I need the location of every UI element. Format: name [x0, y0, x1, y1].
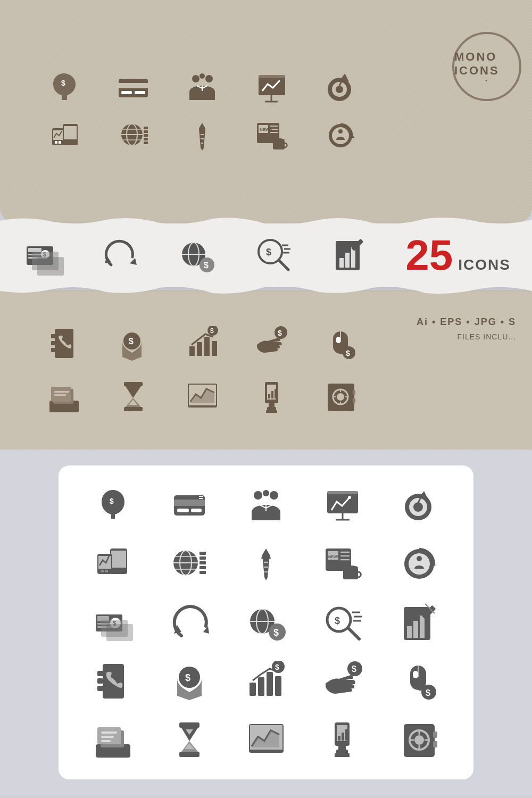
preview-credit-card-icon	[165, 481, 213, 529]
svg-rect-82	[51, 348, 55, 352]
svg-rect-217	[275, 676, 281, 696]
middle-strip: $ $	[0, 223, 532, 287]
svg-point-5	[192, 75, 200, 82]
preview-safe-icon	[395, 716, 443, 763]
svg-text:$: $	[204, 261, 209, 270]
svg-text:$: $	[129, 337, 134, 346]
svg-rect-3	[121, 91, 132, 94]
count-badge: 25 ICONS	[405, 234, 511, 277]
global-data-icon	[112, 114, 154, 157]
svg-text:$: $	[266, 247, 271, 257]
svg-rect-159	[200, 552, 206, 555]
svg-text:NEWS: NEWS	[260, 127, 273, 132]
svg-text:$: $	[110, 497, 114, 505]
svg-rect-240	[338, 736, 340, 741]
business-meeting-icon	[181, 66, 223, 109]
svg-rect-149	[111, 551, 126, 568]
svg-rect-204	[413, 621, 418, 638]
svg-text:$: $	[352, 664, 356, 674]
hand-coin-icon: $	[250, 322, 293, 364]
svg-rect-188	[106, 624, 133, 641]
svg-rect-152	[101, 570, 104, 572]
svg-rect-214	[250, 683, 256, 696]
svg-point-48	[273, 138, 285, 142]
svg-rect-231	[101, 736, 114, 738]
preview-global-money-icon: $	[242, 598, 290, 646]
svg-rect-103	[124, 382, 143, 386]
strip-money-bills-icon: $	[21, 231, 66, 279]
svg-rect-243	[338, 746, 346, 750]
svg-text:NEWS: NEWS	[328, 555, 339, 559]
svg-rect-60	[37, 257, 64, 276]
svg-line-198	[348, 628, 359, 639]
dollar-face-icon: $	[43, 66, 85, 109]
svg-rect-245	[335, 753, 350, 757]
svg-rect-161	[200, 561, 206, 564]
svg-text:$: $	[278, 329, 282, 337]
svg-rect-113	[269, 403, 275, 408]
svg-rect-123	[353, 390, 355, 395]
svg-rect-86	[197, 342, 202, 356]
mono-icons-title: MONO ICONS	[454, 50, 519, 78]
safe-icon	[319, 375, 362, 418]
svg-rect-11	[259, 75, 285, 95]
stock-chart-icon	[181, 375, 223, 418]
preview-growth-chart-icon: $	[242, 657, 290, 705]
svg-marker-164	[262, 548, 270, 580]
svg-rect-112	[275, 389, 276, 398]
svg-rect-110	[268, 394, 270, 398]
svg-rect-4	[135, 91, 145, 94]
svg-rect-160	[200, 556, 206, 560]
svg-rect-162	[200, 566, 206, 569]
svg-rect-85	[189, 346, 195, 356]
svg-point-6	[205, 75, 213, 82]
preview-chart-edit-icon	[395, 598, 443, 646]
svg-rect-209	[97, 671, 103, 676]
preview-news-coffee-icon: NEWS	[319, 540, 367, 588]
svg-rect-124	[353, 398, 355, 403]
svg-rect-205	[420, 616, 425, 638]
banner-row-1: $	[21, 66, 511, 109]
svg-rect-139	[327, 491, 358, 494]
svg-text:$: $	[275, 663, 279, 671]
phone-book-icon	[43, 322, 85, 364]
svg-rect-95	[336, 337, 340, 343]
svg-rect-35	[144, 142, 148, 144]
svg-point-134	[263, 490, 269, 496]
svg-rect-153	[105, 570, 108, 572]
mouse-dollar-icon: $	[319, 322, 362, 364]
news-coffee-icon: NEWS	[250, 114, 293, 157]
svg-line-70	[279, 260, 288, 270]
strip-dollar-search-icon: $	[252, 231, 296, 279]
svg-point-145	[413, 502, 423, 512]
bottom-banner: $ $ $	[0, 290, 532, 450]
strip-refresh-icon	[98, 231, 143, 279]
preview-hand-coin-icon: $	[319, 657, 367, 705]
svg-rect-24	[55, 141, 57, 144]
svg-rect-215	[258, 677, 264, 696]
usb-chart-icon	[250, 375, 293, 418]
svg-rect-111	[271, 391, 273, 398]
svg-rect-216	[267, 672, 273, 696]
svg-marker-165	[261, 555, 271, 559]
svg-rect-31	[144, 127, 148, 129]
preview-dollar-shield-icon: $	[165, 657, 213, 705]
top-banner: $	[0, 0, 532, 223]
svg-rect-102	[54, 394, 66, 396]
preview-phone-book-icon	[89, 657, 137, 705]
preview-business-meeting-icon	[242, 481, 290, 529]
svg-marker-36	[199, 123, 205, 151]
svg-text:$: $	[346, 349, 350, 358]
svg-rect-33	[144, 134, 148, 137]
svg-point-118	[337, 393, 344, 401]
svg-text:$: $	[335, 616, 340, 626]
hourglass-icon	[112, 375, 154, 418]
inbox-papers-icon	[43, 375, 85, 418]
svg-rect-253	[433, 732, 437, 738]
svg-point-17	[336, 86, 343, 93]
mono-icons-subtitle: •	[485, 78, 488, 84]
svg-rect-21	[64, 126, 77, 139]
preview-dollar-face-icon: $	[89, 481, 137, 529]
preview-presentation-icon	[319, 481, 367, 529]
svg-marker-37	[199, 128, 205, 131]
